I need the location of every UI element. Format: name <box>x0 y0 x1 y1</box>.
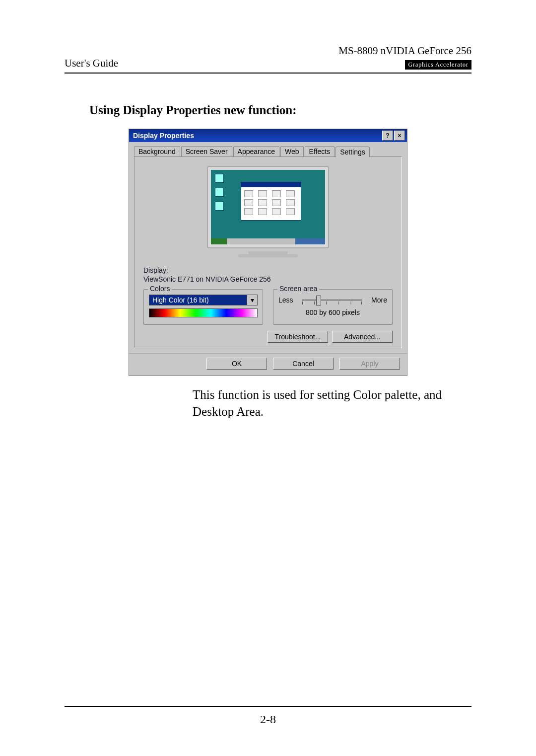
troubleshoot-button[interactable]: Troubleshoot... <box>268 331 328 343</box>
ok-button[interactable]: OK <box>206 358 267 370</box>
section-heading: Using Display Properties new function: <box>89 103 471 117</box>
screen-area-group: Screen area Less More 800 by 600 pixels <box>273 289 393 325</box>
page-number: 2-8 <box>65 713 471 726</box>
monitor-preview <box>207 166 329 257</box>
colors-group: Colors High Color (16 bit) ▾ <box>143 289 263 325</box>
figure-caption: This function is used for setting Color … <box>193 386 470 420</box>
display-value: ViewSonic E771 on NVIDIA GeForce 256 <box>143 275 393 283</box>
cancel-button[interactable]: Cancel <box>273 358 334 370</box>
tab-web[interactable]: Web <box>280 146 304 156</box>
desktop-icon <box>215 202 224 211</box>
tab-settings[interactable]: Settings <box>335 147 370 157</box>
header-product: MS-8809 nVIDIA GeForce 256 <box>338 45 471 57</box>
screen-area-slider[interactable] <box>302 295 362 305</box>
screen-area-legend: Screen area <box>277 285 319 293</box>
screen-area-value: 800 by 600 pixels <box>278 308 387 316</box>
colors-legend: Colors <box>148 285 172 293</box>
colors-combo[interactable]: High Color (16 bit) ▾ <box>149 295 258 305</box>
close-button[interactable]: × <box>394 131 405 141</box>
desktop-icon <box>215 174 224 183</box>
tab-background[interactable]: Background <box>134 146 180 156</box>
divider-top <box>65 73 471 74</box>
help-button[interactable]: ? <box>382 131 393 141</box>
chevron-down-icon[interactable]: ▾ <box>247 295 258 305</box>
tab-screen-saver[interactable]: Screen Saver <box>181 146 232 156</box>
divider-bottom <box>65 706 471 707</box>
desktop-icon <box>215 188 224 197</box>
header-badge: Graphics Accelerator <box>405 60 471 70</box>
tab-effects[interactable]: Effects <box>305 146 335 156</box>
settings-panel: Display: ViewSonic E771 on NVIDIA GeForc… <box>134 156 402 348</box>
more-label: More <box>371 296 387 304</box>
tab-strip: Background Screen Saver Appearance Web E… <box>129 142 407 156</box>
preview-window <box>241 182 301 221</box>
display-label: Display: <box>143 266 393 274</box>
header-left: User's Guide <box>65 57 118 70</box>
color-spectrum <box>149 308 258 317</box>
apply-button[interactable]: Apply <box>339 358 400 370</box>
titlebar: Display Properties ? × <box>129 129 407 142</box>
tab-appearance[interactable]: Appearance <box>233 146 280 156</box>
display-properties-dialog: Display Properties ? × Background Screen… <box>129 129 407 376</box>
less-label: Less <box>278 296 293 304</box>
colors-value: High Color (16 bit) <box>149 295 247 305</box>
advanced-button[interactable]: Advanced... <box>332 331 393 343</box>
dialog-title: Display Properties <box>131 132 381 140</box>
